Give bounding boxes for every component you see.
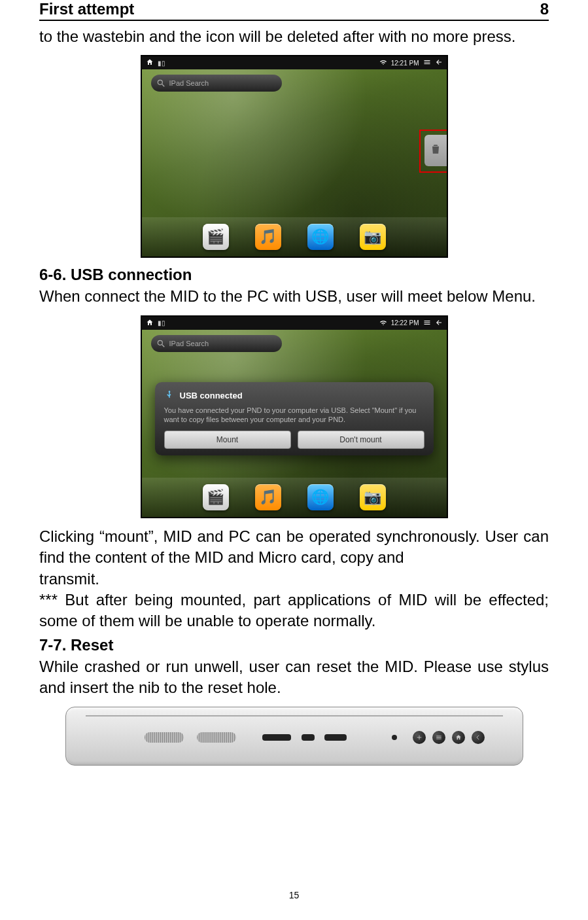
usb-icon bbox=[164, 390, 175, 402]
after-fig2-para1: Clicking “mount”, MID and PC can be oper… bbox=[39, 526, 549, 569]
mount-button[interactable]: Mount bbox=[164, 431, 291, 449]
home-icon[interactable] bbox=[146, 319, 154, 328]
dock-browser-icon[interactable] bbox=[307, 224, 334, 250]
signal-text: ▮▯ bbox=[158, 319, 165, 327]
section-7-7-heading: 7-7. Reset bbox=[39, 636, 549, 654]
port-slot-1 bbox=[262, 734, 291, 741]
figure-usb-dialog: ▮▯ 12:22 PM IPad Search bbox=[39, 315, 549, 518]
usb-dialog-message: You have connected your PND to your comp… bbox=[164, 406, 424, 425]
intro-paragraph: to the wastebin and the icon will be del… bbox=[39, 26, 549, 47]
dock-music-icon[interactable] bbox=[255, 484, 281, 510]
back-arrow-icon[interactable] bbox=[435, 319, 443, 328]
side-button-2[interactable] bbox=[432, 731, 445, 744]
svg-point-4 bbox=[168, 391, 170, 393]
svg-line-1 bbox=[162, 84, 164, 87]
header-title: First attempt bbox=[39, 0, 134, 18]
dock bbox=[142, 217, 447, 257]
svg-point-0 bbox=[158, 80, 162, 85]
search-bar[interactable]: IPad Search bbox=[151, 335, 282, 352]
back-arrow-icon[interactable] bbox=[435, 58, 443, 67]
home-icon[interactable] bbox=[146, 58, 154, 67]
wifi-icon bbox=[379, 58, 387, 67]
device-seam bbox=[86, 715, 503, 717]
search-icon bbox=[156, 339, 165, 348]
svg-point-2 bbox=[158, 340, 162, 345]
dock-browser-icon[interactable] bbox=[307, 484, 334, 510]
speaker-grille-2 bbox=[197, 732, 236, 743]
figure-device-side bbox=[39, 707, 549, 766]
status-time: 12:21 PM bbox=[391, 60, 419, 67]
menu-icon[interactable] bbox=[423, 319, 431, 328]
status-bar: ▮▯ 12:22 PM bbox=[142, 317, 447, 330]
dock-video-icon[interactable] bbox=[203, 484, 229, 510]
dont-mount-button[interactable]: Don't mount bbox=[298, 431, 424, 449]
section-6-6-heading: 6-6. USB connection bbox=[39, 266, 549, 284]
reset-hole bbox=[392, 735, 397, 740]
status-time: 12:22 PM bbox=[391, 319, 419, 327]
wifi-icon bbox=[379, 319, 387, 328]
side-button-4[interactable] bbox=[472, 731, 485, 744]
section-7-7-para: While crashed or run unwell, user can re… bbox=[39, 656, 549, 699]
highlight-box bbox=[419, 130, 448, 173]
side-button-1[interactable] bbox=[413, 731, 426, 744]
port-slot-2 bbox=[302, 734, 315, 741]
usb-dialog-title: USB connected bbox=[180, 391, 243, 400]
tablet-screenshot-2: ▮▯ 12:22 PM IPad Search bbox=[141, 315, 448, 518]
search-icon bbox=[156, 79, 165, 88]
port-slot-3 bbox=[324, 734, 347, 741]
after-fig2-para2: *** But after being mounted, part applic… bbox=[39, 590, 549, 632]
dock-video-icon[interactable] bbox=[203, 224, 229, 250]
menu-icon[interactable] bbox=[423, 58, 431, 67]
figure-home-trash: ▮▯ 12:21 PM IPad Search bbox=[39, 55, 549, 258]
search-bar[interactable]: IPad Search bbox=[151, 75, 282, 92]
after-fig2-para1b: transmit. bbox=[39, 569, 549, 590]
side-button-3[interactable] bbox=[452, 731, 465, 744]
speaker-grille-1 bbox=[145, 732, 184, 743]
search-placeholder: IPad Search bbox=[169, 79, 209, 87]
section-6-6-para: When connect the MID to the PC with USB,… bbox=[39, 286, 549, 307]
search-placeholder: IPad Search bbox=[169, 340, 209, 347]
signal-text: ▮▯ bbox=[158, 60, 165, 67]
dock-music-icon[interactable] bbox=[255, 224, 281, 250]
device-side-view bbox=[65, 707, 523, 766]
dock-camera-icon[interactable] bbox=[360, 224, 386, 250]
dock bbox=[142, 478, 447, 517]
usb-dialog: USB connected You have connected your PN… bbox=[155, 382, 434, 456]
footer-page-number: 15 bbox=[0, 890, 588, 900]
tablet-screenshot-1: ▮▯ 12:21 PM IPad Search bbox=[141, 55, 448, 258]
status-bar: ▮▯ 12:21 PM bbox=[142, 56, 447, 69]
page-header: First attempt 8 bbox=[39, 0, 549, 21]
svg-line-3 bbox=[162, 345, 164, 347]
dock-camera-icon[interactable] bbox=[360, 484, 386, 510]
header-page-label: 8 bbox=[540, 0, 549, 18]
